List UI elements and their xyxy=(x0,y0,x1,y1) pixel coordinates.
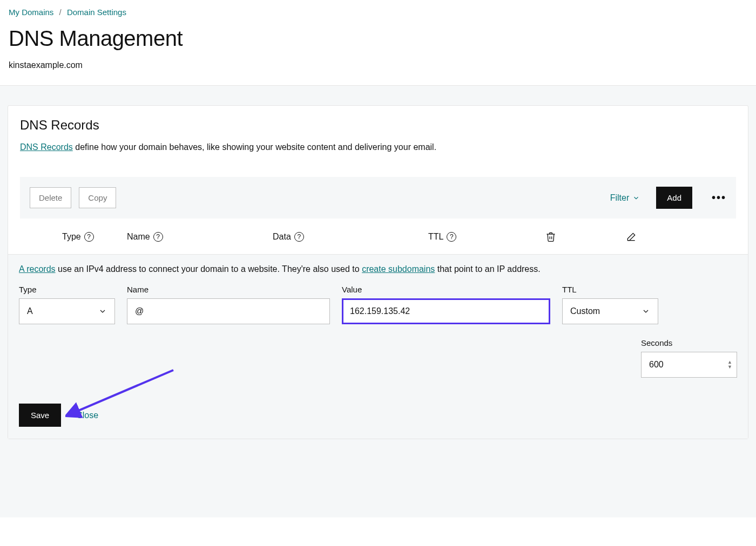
content-area: DNS Records DNS Records define how your … xyxy=(0,86,756,517)
seconds-block: Seconds 600 ▲▼ xyxy=(641,338,737,378)
copy-button[interactable]: Copy xyxy=(79,187,116,208)
section-description-text: define how your domain behaves, like sho… xyxy=(73,142,436,152)
seconds-input-value: 600 xyxy=(649,360,664,370)
header-type: Type ? xyxy=(62,232,127,242)
page-header: My Domains / Domain Settings DNS Managem… xyxy=(0,0,756,86)
name-label: Name xyxy=(127,285,330,294)
help-icon[interactable]: ? xyxy=(294,232,304,242)
section-title: DNS Records xyxy=(20,118,736,133)
header-ttl-label: TTL xyxy=(428,232,443,242)
name-input[interactable]: @ xyxy=(127,298,330,324)
name-input-value: @ xyxy=(135,306,144,316)
record-edit-panel: A records use an IPv4 address to connect… xyxy=(8,254,748,439)
record-form: Type A Name @ Value xyxy=(19,285,737,324)
a-records-link[interactable]: A records xyxy=(19,264,56,274)
help-icon[interactable]: ? xyxy=(153,232,163,242)
delete-button[interactable]: Delete xyxy=(30,187,71,208)
header-data-label: Data xyxy=(273,232,291,242)
save-button[interactable]: Save xyxy=(19,404,61,427)
section-description: DNS Records define how your domain behav… xyxy=(20,142,736,152)
seconds-input[interactable]: 600 ▲▼ xyxy=(641,352,737,378)
number-stepper-icon[interactable]: ▲▼ xyxy=(727,360,732,370)
chevron-down-icon xyxy=(98,307,107,316)
ttl-label: TTL xyxy=(562,285,658,294)
seconds-label: Seconds xyxy=(641,338,737,347)
value-label: Value xyxy=(342,285,550,294)
domain-name: kinstaexample.com xyxy=(9,60,747,70)
header-type-label: Type xyxy=(62,232,81,242)
record-desc-mid: use an IPv4 address to connect your doma… xyxy=(56,264,362,274)
value-input[interactable]: 162.159.135.42 xyxy=(342,298,550,324)
records-toolbar: Delete Copy Filter Add ••• xyxy=(20,177,736,219)
form-actions: Save Close xyxy=(19,404,737,427)
type-label: Type xyxy=(19,285,115,294)
value-input-value: 162.159.135.42 xyxy=(350,306,410,316)
filter-label: Filter xyxy=(610,193,630,203)
ttl-select[interactable]: Custom xyxy=(562,298,658,324)
more-menu-button[interactable]: ••• xyxy=(712,192,726,204)
record-type-description: A records use an IPv4 address to connect… xyxy=(19,264,737,274)
breadcrumb-my-domains[interactable]: My Domains xyxy=(9,8,53,17)
chevron-down-icon xyxy=(632,194,640,202)
breadcrumb-domain-settings[interactable]: Domain Settings xyxy=(67,8,126,17)
header-ttl: TTL ? xyxy=(428,232,508,242)
chevron-down-icon xyxy=(642,307,650,316)
header-name-label: Name xyxy=(127,232,150,242)
dns-records-help-link[interactable]: DNS Records xyxy=(20,142,73,152)
type-select-value: A xyxy=(27,306,33,316)
table-headers: Type ? Name ? Data ? TTL ? xyxy=(8,219,748,254)
edit-icon xyxy=(626,231,637,242)
record-desc-tail: that point to an IP address. xyxy=(435,264,540,274)
page-title: DNS Management xyxy=(9,26,747,51)
create-subdomains-link[interactable]: create subdomains xyxy=(362,264,435,274)
svg-line-0 xyxy=(70,370,173,414)
close-link[interactable]: Close xyxy=(76,411,98,420)
trash-icon xyxy=(545,231,556,242)
ttl-select-value: Custom xyxy=(570,306,600,316)
header-name: Name ? xyxy=(127,232,273,242)
breadcrumb-separator: / xyxy=(59,8,62,17)
help-icon[interactable]: ? xyxy=(84,232,94,242)
header-data: Data ? xyxy=(273,232,428,242)
header-edit-column xyxy=(593,231,669,242)
filter-dropdown[interactable]: Filter xyxy=(610,193,640,203)
breadcrumb: My Domains / Domain Settings xyxy=(9,8,747,17)
header-delete-column xyxy=(508,231,593,242)
add-button[interactable]: Add xyxy=(656,187,692,209)
dns-records-card: DNS Records DNS Records define how your … xyxy=(8,105,748,439)
help-icon[interactable]: ? xyxy=(447,232,456,242)
type-select[interactable]: A xyxy=(19,298,115,324)
